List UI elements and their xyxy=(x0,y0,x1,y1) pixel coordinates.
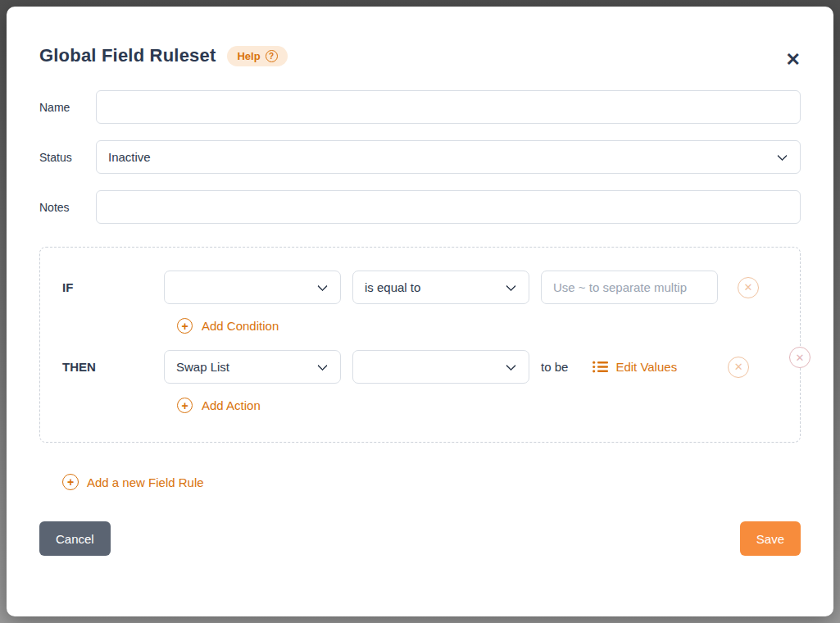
chevron-down-icon xyxy=(506,280,516,291)
then-label: THEN xyxy=(62,360,164,374)
add-action-button[interactable]: + Add Action xyxy=(177,398,261,413)
then-row: THEN Swap List to be Edit Values xyxy=(40,350,800,384)
chevron-down-icon xyxy=(317,280,328,291)
circle-plus-icon: + xyxy=(177,318,193,334)
remove-action-icon[interactable]: ✕ xyxy=(728,357,749,378)
add-field-rule-button[interactable]: + Add a new Field Rule xyxy=(62,474,204,490)
action-target-select[interactable] xyxy=(352,350,529,384)
help-button[interactable]: Help ? xyxy=(227,46,287,66)
add-action-label: Add Action xyxy=(202,398,261,412)
help-label: Help xyxy=(237,50,260,62)
action-type-select[interactable]: Swap List xyxy=(164,350,341,384)
edit-values-label: Edit Values xyxy=(615,360,677,374)
global-field-ruleset-dialog: Global Field Ruleset Help ? ✕ Name Statu… xyxy=(7,7,833,616)
remove-condition-icon[interactable]: ✕ xyxy=(738,277,759,298)
notes-input[interactable] xyxy=(96,190,801,224)
condition-value-input[interactable] xyxy=(541,271,718,304)
dialog-footer: Cancel Save xyxy=(39,521,801,556)
add-condition-label: Add Condition xyxy=(202,319,279,333)
edit-values-button[interactable]: Edit Values xyxy=(593,360,677,374)
action-type-value: Swap List xyxy=(176,360,229,374)
if-row: IF is equal to ✕ xyxy=(40,271,800,304)
status-row: Status Inactive xyxy=(39,140,801,174)
circle-plus-icon: + xyxy=(62,474,79,490)
save-button[interactable]: Save xyxy=(740,521,801,556)
help-question-icon: ? xyxy=(266,50,278,62)
add-field-rule-label: Add a new Field Rule xyxy=(87,475,204,489)
list-icon xyxy=(593,361,608,373)
condition-operator-value: is equal to xyxy=(365,280,420,294)
chevron-down-icon xyxy=(777,150,788,161)
notes-row: Notes xyxy=(39,190,801,224)
field-rule-card: IF is equal to ✕ + Add Condition THEN Sw… xyxy=(39,247,801,443)
page-title: Global Field Ruleset xyxy=(39,45,216,66)
name-label: Name xyxy=(39,101,96,114)
circle-plus-icon: + xyxy=(177,398,193,413)
close-icon[interactable]: ✕ xyxy=(786,51,801,69)
status-label: Status xyxy=(39,151,96,164)
add-condition-button[interactable]: + Add Condition xyxy=(177,318,279,334)
remove-rule-icon[interactable]: ✕ xyxy=(789,347,810,368)
dialog-header: Global Field Ruleset Help ? xyxy=(39,45,801,66)
to-be-label: to be xyxy=(541,360,568,374)
cancel-button[interactable]: Cancel xyxy=(39,521,111,556)
chevron-down-icon xyxy=(317,360,328,371)
name-input[interactable] xyxy=(96,90,801,124)
status-selected-value: Inactive xyxy=(108,150,151,164)
status-select[interactable]: Inactive xyxy=(96,140,801,174)
condition-operator-select[interactable]: is equal to xyxy=(352,271,529,304)
name-row: Name xyxy=(39,90,801,124)
condition-field-select[interactable] xyxy=(164,271,341,304)
chevron-down-icon xyxy=(506,360,516,371)
notes-label: Notes xyxy=(39,201,96,214)
if-label: IF xyxy=(62,280,164,294)
